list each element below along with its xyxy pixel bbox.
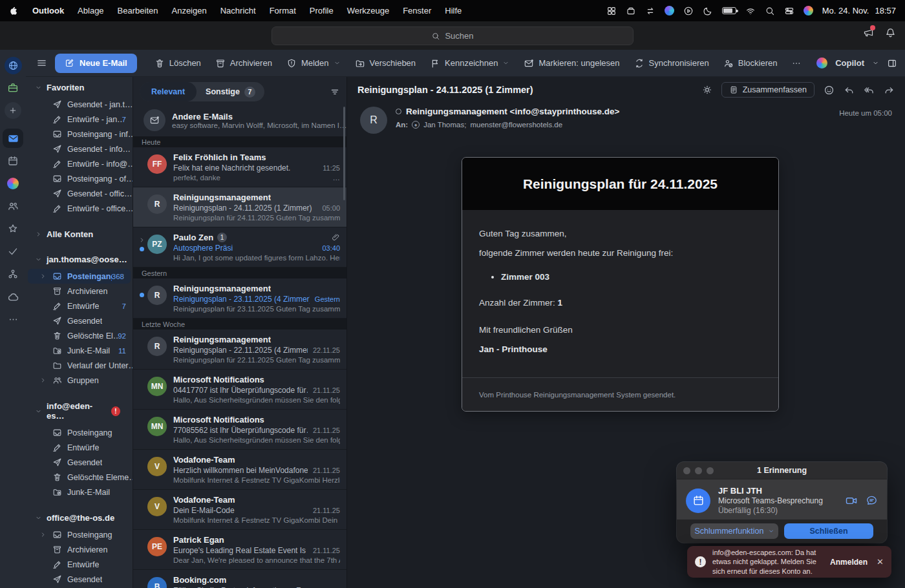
favorite-folder[interactable]: Posteingang - of…	[26, 171, 133, 186]
control-center-icon[interactable]	[784, 6, 794, 16]
spotlight-search-icon[interactable]	[765, 6, 775, 16]
folder-item[interactable]: Gesendet	[26, 313, 133, 328]
siri-icon[interactable]	[804, 6, 813, 16]
close-icon[interactable]: ✕	[877, 557, 884, 567]
menu-ablage[interactable]: Ablage	[78, 6, 103, 16]
join-video-icon[interactable]	[845, 494, 858, 507]
window-zoom-button[interactable]	[707, 467, 714, 474]
sender-address[interactable]: Reinigungsmanagement <info@stayprinthous…	[406, 107, 619, 116]
folder-item[interactable]: Entwürfe	[26, 557, 133, 572]
menu-hilfe[interactable]: Hilfe	[445, 6, 462, 16]
sync-button[interactable]: Synchronisieren	[627, 54, 716, 73]
wifi-icon[interactable]	[745, 6, 756, 16]
all-accounts-header[interactable]: Alle Konten	[26, 224, 133, 244]
favorite-folder[interactable]: Entwürfe - info@…	[26, 156, 133, 171]
other-mails-row[interactable]: Andere E-Mails easy software, Marvin Wol…	[133, 105, 346, 136]
window-close-button[interactable]	[683, 467, 690, 474]
reading-pane-toggle-icon[interactable]	[887, 58, 897, 68]
search-input[interactable]: Suchen	[272, 26, 634, 45]
account-header[interactable]: jan.thomas@oose…	[26, 249, 133, 269]
more-actions-button[interactable]	[784, 54, 809, 73]
folder-item[interactable]: Gesendet	[26, 572, 133, 587]
account-header[interactable]: office@the-os.de	[26, 507, 133, 527]
mark-unread-button[interactable]: Markieren: ungelesen	[516, 54, 626, 73]
email-list-item[interactable]: V Vodafone-Team Dein E-Mail-Code21.11.25…	[133, 490, 346, 530]
menu-nachricht[interactable]: Nachricht	[220, 6, 256, 16]
rail-favorites-tab[interactable]	[3, 219, 23, 238]
favorite-folder[interactable]: Gesendet - offic…	[26, 186, 133, 201]
folder-item[interactable]: Entwürfe7	[26, 299, 133, 313]
notifications-bell-icon[interactable]	[885, 27, 896, 38]
folder-item[interactable]: Posteingang	[26, 527, 133, 542]
dismiss-button[interactable]: Schließen	[784, 523, 873, 539]
summarize-button[interactable]: Zusammenfassen	[721, 82, 814, 98]
list-scrollbar[interactable]	[343, 107, 345, 200]
menu-werkzeuge[interactable]: Werkzeuge	[347, 6, 390, 16]
status-app-widgets-icon[interactable]	[606, 6, 617, 16]
folder-inbox-selected[interactable]: Posteingang368	[28, 269, 131, 284]
folder-item[interactable]: Archivieren	[26, 284, 133, 299]
status-app-stack-icon[interactable]	[626, 6, 636, 16]
chat-icon[interactable]	[866, 494, 878, 507]
battery-icon[interactable]	[722, 7, 736, 14]
folder-item[interactable]: Verlauf der Unter…	[26, 358, 133, 373]
folder-item[interactable]: Junk-E-Mail11	[26, 343, 133, 358]
window-minimize-button[interactable]	[695, 467, 702, 474]
list-section-gestern[interactable]: Gestern	[133, 268, 346, 278]
email-list-item[interactable]: B Booking.com Füllen Sie Ihr Partnerinfo…	[133, 570, 346, 588]
favorite-folder[interactable]: Gesendet - info…	[26, 142, 133, 156]
reply-all-icon[interactable]	[864, 85, 875, 96]
rail-todo-tab[interactable]	[3, 242, 23, 261]
menu-profile[interactable]: Profile	[310, 6, 334, 16]
folder-item[interactable]: Gelöschte El…92	[26, 328, 133, 343]
status-focus-moon-icon[interactable]	[703, 6, 713, 16]
menu-format[interactable]: Format	[270, 6, 296, 16]
rail-people-tab[interactable]	[3, 196, 23, 216]
report-button[interactable]: Melden	[279, 54, 348, 73]
email-list-item[interactable]: V Vodafone-Team Herzlich willkommen bei …	[133, 450, 346, 490]
chevron-down-icon[interactable]	[872, 59, 879, 67]
apple-menu-icon[interactable]	[9, 6, 19, 16]
reminder-item[interactable]: JF BLI JTH Microsoft Teams-Besprechung Ü…	[677, 479, 887, 520]
email-list-item[interactable]: PE Patrick Egan Europe's Leading Real Es…	[133, 530, 346, 570]
menu-fenster[interactable]: Fenster	[403, 6, 431, 16]
folder-groups[interactable]: Gruppen	[26, 373, 133, 388]
folder-item[interactable]: Junk-E-Mail	[26, 485, 133, 499]
folder-item[interactable]: Entwürfe	[26, 440, 133, 455]
email-list-item[interactable]: FF Felix Fröhlich in Teams Felix hat ein…	[133, 147, 346, 187]
email-list-item[interactable]: MN Microsoft Notifications 77085562 ist …	[133, 410, 346, 450]
add-app-button[interactable]	[5, 102, 21, 119]
list-section-heute[interactable]: Heute	[133, 136, 346, 147]
rail-more-apps[interactable]	[3, 310, 23, 329]
email-list-item[interactable]: R Reinigungsmanagement Reinigungsplan - …	[133, 278, 346, 319]
block-button[interactable]: Blockieren	[716, 54, 785, 73]
appearance-sun-icon[interactable]	[702, 85, 712, 95]
tab-sonstige[interactable]: Sonstige 7	[197, 87, 264, 98]
favorite-folder[interactable]: Entwürfe - jan…7	[26, 112, 133, 127]
recipient-2[interactable]: muenster@flowershotels.de	[470, 121, 562, 129]
folder-item[interactable]: Archivieren	[26, 542, 133, 557]
briefcase-app-icon[interactable]	[7, 82, 19, 94]
rail-calendar-tab[interactable]	[3, 151, 23, 171]
rail-org-tab[interactable]	[3, 264, 23, 284]
menubar-app-name[interactable]: Outlook	[32, 6, 64, 16]
reminder-titlebar[interactable]: 1 Erinnerung	[677, 462, 887, 479]
favorite-folder[interactable]: Gesendet - jan.t…	[26, 97, 133, 112]
status-playback-icon[interactable]	[683, 6, 694, 16]
new-mail-button[interactable]: Neue E-Mail	[55, 54, 137, 73]
favorite-folder[interactable]: Entwürfe - office…	[26, 201, 133, 216]
filter-icon[interactable]	[330, 87, 340, 97]
archive-button[interactable]: Archivieren	[208, 54, 279, 73]
reply-icon[interactable]	[844, 85, 855, 96]
snooze-button[interactable]: Schlummerfunktion	[690, 523, 778, 539]
folder-item[interactable]: Posteingang	[26, 425, 133, 440]
email-list-item[interactable]: MN Microsoft Notifications 04417707 ist …	[133, 370, 346, 410]
email-list-item-selected[interactable]: R Reinigungsmanagement Reinigungsplan - …	[133, 187, 346, 227]
list-section-letzte-woche[interactable]: Letzte Woche	[133, 319, 346, 330]
menubar-clock[interactable]: Mo. 24. Nov. 18:57	[822, 6, 896, 16]
status-meet-icon[interactable]	[665, 6, 674, 16]
announcements-button[interactable]	[863, 27, 874, 41]
account-header[interactable]: info@eden-es… !	[26, 395, 133, 425]
flag-button[interactable]: Kennzeichnen	[423, 54, 516, 73]
folder-item[interactable]: Gelöschte Eleme…	[26, 470, 133, 485]
